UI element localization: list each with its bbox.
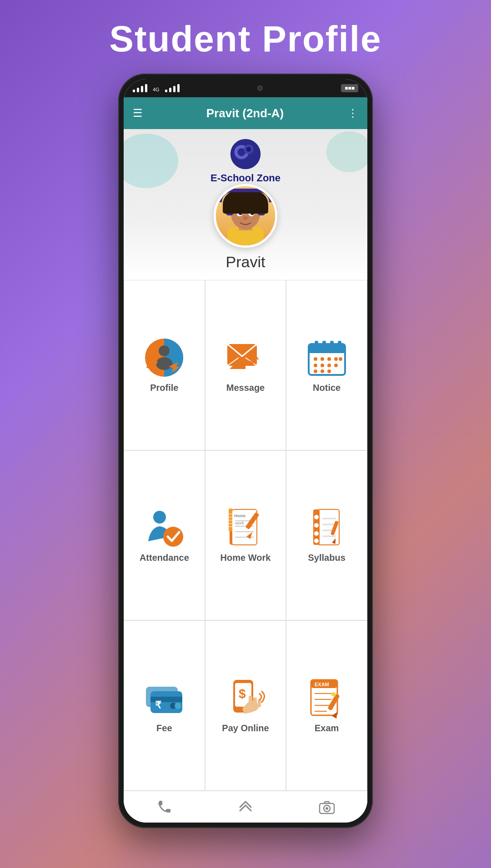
- student-name-label: Pravit: [226, 253, 266, 271]
- svg-point-42: [327, 369, 331, 373]
- phone-icon: [156, 799, 172, 815]
- svg-rect-84: [253, 698, 257, 707]
- menu-item-fee[interactable]: ₹ Fee: [124, 620, 205, 791]
- phone-frame: 4G ■■■ ☰ Pravit (2nd-A) ⋮: [118, 74, 373, 828]
- attendance-icon: [144, 507, 185, 548]
- profile-header: E-School Zone: [124, 129, 367, 280]
- svg-rect-28: [322, 341, 326, 348]
- svg-point-43: [153, 511, 166, 524]
- svg-point-67: [314, 539, 319, 543]
- battery-indicator: ■■■: [341, 84, 358, 92]
- payonline-icon-area: $: [225, 678, 266, 718]
- signal-bars: 4G: [133, 84, 180, 92]
- signal-bar-6: [169, 88, 171, 92]
- bottom-navigation: [124, 791, 367, 823]
- phone-screen: 4G ■■■ ☰ Pravit (2nd-A) ⋮: [124, 79, 367, 823]
- homework-icon-area: Home -work: [225, 507, 266, 548]
- attendance-menu-label: Attendance: [140, 553, 189, 563]
- school-logo-icon: [230, 138, 261, 170]
- svg-point-15: [243, 216, 248, 220]
- svg-point-11: [236, 209, 243, 216]
- svg-point-33: [327, 357, 331, 361]
- svg-point-37: [321, 364, 324, 367]
- svg-point-39: [334, 364, 338, 367]
- signal-bar-7: [173, 86, 175, 92]
- camera-nav-icon[interactable]: [319, 799, 335, 815]
- menu-item-syllabus[interactable]: Syllabus: [286, 450, 367, 621]
- svg-rect-27: [315, 341, 318, 348]
- message-icon: [225, 337, 266, 378]
- menu-item-message[interactable]: Message: [205, 280, 286, 450]
- carrier-label: 4G: [153, 87, 160, 92]
- menu-item-attendance[interactable]: Attendance: [124, 450, 205, 621]
- svg-point-41: [321, 369, 324, 373]
- payonline-icon: $: [225, 678, 266, 718]
- app-bar: ☰ Pravit (2nd-A) ⋮: [124, 97, 367, 129]
- page-title: Student Profile: [110, 18, 382, 60]
- svg-point-36: [314, 364, 317, 367]
- svg-rect-30: [338, 341, 341, 348]
- payonline-menu-label: Pay Online: [222, 723, 269, 733]
- exam-menu-label: Exam: [315, 723, 339, 733]
- more-options-icon[interactable]: ⋮: [347, 107, 358, 120]
- notice-icon: [306, 337, 347, 378]
- homework-icon: Home -work: [225, 507, 266, 548]
- homework-menu-label: Home Work: [220, 553, 271, 563]
- svg-point-40: [314, 369, 317, 373]
- profile-icon: [144, 337, 185, 378]
- svg-point-31: [314, 357, 317, 361]
- hamburger-menu-icon[interactable]: ☰: [133, 107, 143, 120]
- svg-rect-55: [229, 509, 232, 531]
- phone-nav-icon[interactable]: [156, 799, 172, 815]
- menu-item-payonline[interactable]: $ Pay Online: [205, 620, 286, 791]
- message-menu-label: Message: [226, 383, 265, 393]
- svg-rect-17: [258, 205, 265, 215]
- chevron-up-icon: [237, 799, 254, 815]
- svg-text:₹: ₹: [155, 699, 162, 711]
- svg-point-65: [314, 523, 319, 528]
- camera-notch: [246, 82, 274, 94]
- notice-menu-label: Notice: [313, 383, 341, 393]
- svg-point-64: [314, 515, 319, 519]
- signal-bar-4: [145, 84, 147, 92]
- exam-icon-area: EXAM: [306, 678, 347, 718]
- svg-point-35: [339, 357, 342, 361]
- profile-menu-label: Profile: [150, 383, 178, 393]
- svg-point-32: [321, 357, 324, 361]
- svg-text:EXAM: EXAM: [315, 682, 329, 687]
- fee-icon: ₹: [144, 678, 185, 718]
- avatar-headphones: [218, 189, 273, 202]
- svg-point-44: [163, 527, 183, 547]
- signal-bar-1: [133, 90, 135, 92]
- svg-point-12: [248, 209, 255, 216]
- app-bar-title: Pravit (2nd-A): [206, 106, 284, 120]
- header-decoration-left: [124, 134, 178, 188]
- fee-menu-label: Fee: [156, 723, 172, 733]
- syllabus-icon-area: [306, 507, 347, 548]
- menu-item-profile[interactable]: Profile: [124, 280, 205, 450]
- up-nav-icon[interactable]: [237, 799, 254, 815]
- svg-point-14: [251, 211, 254, 215]
- menu-item-notice[interactable]: Notice: [286, 280, 367, 450]
- camera-icon: [319, 799, 335, 815]
- svg-rect-83: [249, 696, 252, 706]
- signal-bar-2: [137, 88, 139, 92]
- header-decoration-right: [326, 131, 367, 172]
- svg-point-13: [239, 211, 242, 215]
- school-name-label: E-School Zone: [210, 172, 281, 184]
- profile-icon-area: [144, 337, 185, 378]
- message-icon-area: [225, 337, 266, 378]
- svg-point-19: [159, 345, 170, 356]
- exam-icon: EXAM: [306, 678, 347, 718]
- svg-rect-16: [226, 205, 233, 215]
- menu-item-exam[interactable]: EXAM Exam: [286, 620, 367, 791]
- svg-point-79: [175, 703, 181, 709]
- status-bar: 4G ■■■: [124, 79, 367, 97]
- student-avatar: [214, 184, 277, 248]
- attendance-icon-area: [144, 507, 185, 548]
- svg-point-20: [156, 357, 172, 370]
- signal-bar-5: [165, 90, 167, 92]
- svg-text:$: $: [239, 687, 246, 701]
- notice-icon-area: [306, 337, 347, 378]
- menu-item-homework[interactable]: Home -work Home Work: [205, 450, 286, 621]
